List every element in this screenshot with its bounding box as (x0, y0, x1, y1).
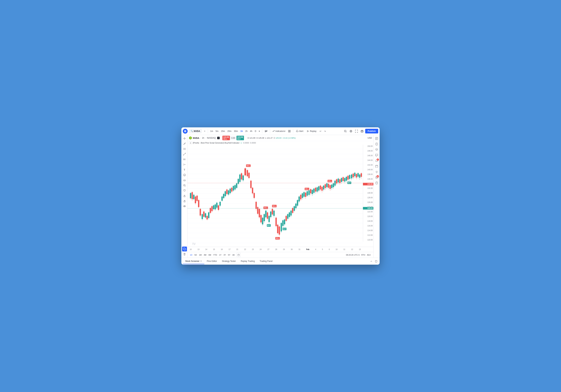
period-6m[interactable]: 6M (208, 254, 212, 256)
svg-rect-241 (315, 188, 316, 191)
svg-rect-151 (250, 181, 251, 188)
svg-rect-55 (188, 144, 363, 247)
tf-1m[interactable]: 1m (209, 129, 214, 133)
svg-text:SELL: SELL (276, 237, 280, 239)
tf-d[interactable]: D (254, 129, 257, 133)
alerts-icon-btn[interactable]: 2 (374, 158, 379, 163)
svg-point-16 (350, 130, 352, 132)
help-btn[interactable]: ? (374, 181, 379, 186)
tab-replay-trading[interactable]: Replay Trading (238, 258, 257, 264)
link-tool-active[interactable] (182, 247, 187, 251)
replay-btn[interactable]: Replay (305, 129, 318, 133)
period-1y[interactable]: 1Y (218, 254, 222, 256)
search-icon-btn[interactable] (343, 129, 348, 133)
period-1m[interactable]: 1M (198, 254, 202, 256)
date-picker-btn[interactable] (237, 253, 241, 257)
add-symbol-btn[interactable]: + (203, 129, 206, 133)
tab-pine-editor[interactable]: Pine Editor (204, 258, 219, 264)
buy-box[interactable]: 124.92 BUY (237, 136, 244, 140)
camera-btn[interactable] (360, 129, 365, 133)
svg-text:BUY: BUY (267, 225, 270, 226)
tab-trading-panel[interactable]: Trading Panel (257, 258, 275, 264)
period-5d[interactable]: 5D (194, 254, 198, 256)
tf-4h[interactable]: 4h (249, 129, 253, 133)
collapse-btn[interactable]: ∧ (189, 141, 192, 144)
tf-5m[interactable]: 5m (215, 129, 219, 133)
svg-rect-147 (248, 173, 249, 178)
period-1d[interactable]: 1D (189, 254, 193, 256)
calendar-panel-btn[interactable] (374, 164, 379, 169)
eraser-tool[interactable] (182, 178, 187, 183)
lock2-tool[interactable] (182, 199, 187, 204)
notifications-btn[interactable]: 22 (374, 175, 379, 180)
emoji-tool[interactable] (182, 173, 187, 177)
svg-rect-87 (198, 200, 199, 207)
svg-rect-175 (269, 216, 270, 222)
period-ytd[interactable]: YTD (212, 254, 218, 256)
chart-canvas[interactable]: SELL (188, 144, 373, 247)
period-all[interactable]: All (231, 254, 235, 256)
horizontal-line-tool[interactable] (182, 162, 187, 167)
alerts-panel-btn[interactable] (374, 142, 379, 146)
tf-2h[interactable]: 2h (244, 129, 248, 133)
tf-15m[interactable]: 15m (220, 129, 226, 133)
tab-strategy-tester[interactable]: Strategy Tester (219, 258, 238, 264)
templates-btn[interactable] (287, 129, 292, 133)
magnet-tool[interactable] (182, 188, 187, 193)
settings-icon-btn[interactable] (348, 129, 353, 133)
pencil-tool[interactable] (182, 141, 187, 146)
lock-tool[interactable] (182, 193, 187, 198)
candlestick-svg: SELL (188, 144, 363, 247)
tf-more[interactable]: ▾ (258, 129, 261, 133)
svg-rect-207 (289, 212, 290, 217)
svg-rect-305 (238, 254, 239, 256)
symbol-search[interactable]: 🔍 NVDA (189, 129, 202, 133)
period-3m[interactable]: 3M (203, 254, 207, 256)
minimize-panel-btn[interactable] (369, 259, 373, 263)
undo-btn[interactable]: ↩ (319, 129, 323, 133)
svg-text:SELL: SELL (305, 188, 309, 190)
tf-30m[interactable]: 30m (233, 129, 239, 133)
svg-rect-101 (210, 208, 211, 213)
layers-panel-btn[interactable] (374, 147, 379, 152)
text-tool[interactable]: T (182, 167, 187, 172)
crosshair-tool[interactable] (182, 136, 187, 141)
tab-stock-screener[interactable]: Stock Screener (183, 258, 204, 264)
zoom-tool[interactable] (182, 183, 187, 188)
alert-btn[interactable]: Alert (295, 129, 305, 133)
indicators-btn[interactable]: Indicators ▾ (271, 129, 286, 133)
svg-rect-119 (225, 191, 226, 196)
svg-rect-285 (349, 175, 350, 179)
chart-type-btn[interactable] (264, 129, 269, 133)
svg-rect-333 (375, 260, 377, 262)
fibonacci-tool[interactable] (182, 157, 187, 162)
price-boxes: 124.92 SELL 0.00 124.92 BUY (222, 136, 244, 140)
tradingview-logo[interactable]: T (183, 129, 188, 134)
sell-box[interactable]: 124.92 SELL (222, 136, 230, 140)
svg-rect-169 (265, 211, 266, 217)
chat-panel-btn[interactable] (374, 153, 379, 158)
ideas-panel-btn[interactable] (374, 169, 379, 174)
watchlist-panel-btn[interactable] (374, 136, 379, 141)
period-5y[interactable]: 5Y (227, 254, 231, 256)
svg-rect-195 (281, 223, 282, 231)
ohlc-row: O 121.89 H 125.09 L 121.27 C 125.03 +3.1… (248, 137, 296, 139)
tf-1h[interactable]: 1h (239, 129, 244, 133)
eye-tool[interactable] (182, 204, 187, 209)
redo-btn[interactable]: ↪ (323, 129, 327, 133)
publish-button[interactable]: Publish (365, 129, 378, 134)
fullscreen-btn[interactable] (354, 129, 359, 133)
alerts-badge: 2 (377, 158, 379, 161)
svg-rect-239 (313, 188, 314, 193)
diagonal-line-tool[interactable] (182, 152, 187, 156)
delete-tool[interactable] (182, 252, 187, 257)
svg-line-323 (377, 171, 378, 172)
tf-20m[interactable]: 20m (227, 129, 232, 133)
svg-rect-7 (288, 130, 289, 131)
svg-rect-221 (300, 195, 301, 199)
trend-lines-tool[interactable] (182, 146, 187, 151)
svg-rect-211 (292, 208, 293, 213)
svg-rect-223 (302, 193, 303, 198)
period-3y[interactable]: 3Y (223, 254, 227, 256)
expand-panel-btn[interactable] (374, 259, 378, 263)
